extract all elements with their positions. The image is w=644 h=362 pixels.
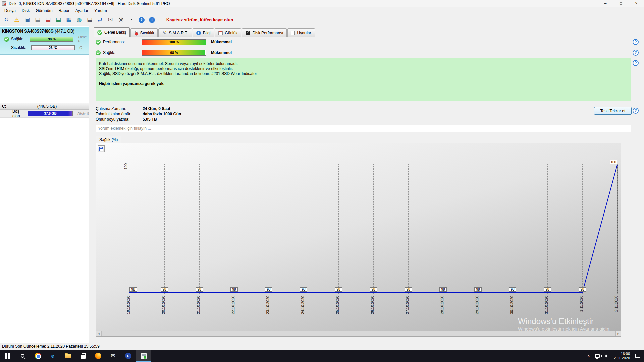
- sa-l-k-row: Sağlık:98 %Mükemmel: [96, 50, 232, 56]
- show-desktop-button[interactable]: [642, 350, 644, 362]
- gauge-icon: [246, 31, 250, 35]
- performance-clock-icon[interactable]: ◔: [127, 16, 136, 24]
- clock-time: 16:00: [621, 352, 630, 356]
- taskbar-firefox-icon[interactable]: [91, 350, 106, 362]
- help-icon[interactable]: ?: [633, 39, 639, 45]
- smart-wand-icon: [162, 31, 167, 35]
- taskbar-chrome-icon[interactable]: [30, 350, 45, 362]
- status-summary-box: Katı hal diskinin durumu mükemmel. Sorun…: [96, 58, 631, 101]
- health-value: 98 %: [48, 37, 56, 41]
- firefox-icon: [95, 353, 101, 359]
- info-line: Katı hal diskinin durumu mükemmel. Sorun…: [99, 61, 628, 66]
- tab-bilgi[interactable]: iBilgi: [193, 28, 214, 37]
- partition-row[interactable]: Boş alan 37,6 GB Disk: 0: [0, 110, 89, 118]
- menu-ayarlar[interactable]: Ayarlar: [72, 8, 91, 14]
- partition-panel: C: (446,5 GB) Boş alan 37,6 GB Disk: 0: [0, 103, 89, 118]
- scrollbar-thumb[interactable]: [101, 331, 615, 336]
- stat-value: daha fazla 1000 Gün: [143, 112, 181, 116]
- tray-volume-icon[interactable]: [602, 350, 610, 362]
- disk-remove-icon[interactable]: ▤: [44, 16, 52, 24]
- menu-g-r-n-m[interactable]: Görünüm: [33, 8, 55, 14]
- health-label: Sağlık:: [11, 37, 30, 41]
- info-line: SSD'nin TRIM özelliği, optimum performan…: [99, 66, 628, 71]
- network-disk-icon[interactable]: ◍: [75, 16, 84, 24]
- taskbar-mail-icon[interactable]: ✉: [106, 350, 121, 362]
- scroll-right-icon[interactable]: ►: [615, 331, 621, 336]
- windows-activation-watermark: Windows'u Etkinleştir: [518, 317, 594, 326]
- action-center-icon[interactable]: [633, 350, 642, 362]
- chart-x-label: 22.10.2020: [231, 296, 235, 314]
- stat-value: 24 Gün, 0 Saat: [143, 106, 170, 111]
- stat-label: Çalışma Zamanı:: [96, 106, 143, 111]
- alert-icon[interactable]: ⚠: [12, 16, 21, 24]
- partition-capacity: (446,5 GB): [37, 104, 57, 109]
- register-link[interactable]: Kayıtsız sürüm, lütfen kayıt olun.: [166, 17, 234, 22]
- settings-hammer-icon[interactable]: ⚒: [116, 16, 125, 24]
- comment-input[interactable]: [96, 125, 631, 132]
- menu-dosya[interactable]: Dosya: [1, 8, 19, 14]
- close-button[interactable]: ×: [629, 0, 644, 7]
- chrome-icon: [35, 353, 41, 359]
- scroll-left-icon[interactable]: ◄: [96, 331, 101, 336]
- menu-yard-m[interactable]: Yardım: [91, 8, 110, 14]
- tab-s-cakl-k[interactable]: Sıcaklık: [130, 28, 158, 37]
- tab-genel-bak[interactable]: Genel Bakış: [94, 27, 130, 37]
- help-icon[interactable]: ?: [633, 50, 639, 56]
- taskbar-hdsentinel-icon[interactable]: [136, 350, 151, 362]
- refresh-icon[interactable]: ↻: [2, 16, 11, 24]
- disk-stats: Çalışma Zamanı:24 Gün, 0 SaatTahmini kal…: [96, 106, 181, 122]
- folder-icon: [65, 354, 71, 358]
- disk-eject-icon[interactable]: ▤: [33, 16, 42, 24]
- retest-button[interactable]: Testi Tekrar et: [594, 107, 632, 115]
- monitor-icon[interactable]: ▣: [23, 16, 32, 24]
- start-button[interactable]: [0, 350, 15, 362]
- main-panel: Genel BakışSıcaklıkS.M.A.R.T.iBilgiGünlü…: [90, 26, 644, 343]
- search-button[interactable]: [15, 350, 30, 362]
- disk-surface-icon[interactable]: ▦: [64, 16, 73, 24]
- disk-list-item[interactable]: KINGSTON SA400S37480G (447,1 GB) Sağlık:…: [0, 27, 89, 55]
- disk-sidebar: KINGSTON SA400S37480G (447,1 GB) Sağlık:…: [0, 26, 89, 343]
- tab-s-m-a-r-t[interactable]: S.M.A.R.T.: [158, 28, 192, 37]
- menu-rapor[interactable]: Rapor: [55, 8, 72, 14]
- info-icon[interactable]: i: [149, 17, 155, 23]
- calendar-icon: [218, 31, 223, 35]
- maximize-button[interactable]: □: [613, 0, 629, 7]
- chart-value-label: 98: [579, 287, 586, 292]
- taskbar-edge-icon[interactable]: e: [45, 350, 60, 362]
- chart-x-label: 26.10.2020: [370, 296, 374, 314]
- report-icon[interactable]: ▤: [85, 16, 94, 24]
- disk-number: Disk: 0: [78, 35, 89, 43]
- tab-uyar-lar[interactable]: Uyarılar: [287, 28, 315, 37]
- report-send-icon[interactable]: ✉: [106, 16, 115, 24]
- minimize-button[interactable]: –: [598, 0, 613, 7]
- chart-x-label: 19.10.2020: [126, 296, 130, 314]
- taskbar-store-icon[interactable]: [75, 350, 91, 362]
- chart-value-label: 98: [300, 287, 307, 292]
- tab-g-nl-k[interactable]: Günlük: [215, 28, 241, 37]
- help-icon[interactable]: ?: [633, 108, 639, 114]
- chart-tab-health[interactable]: Sağlık (%): [96, 136, 121, 143]
- chart-value-label: 98: [335, 287, 342, 292]
- title-bar: Disk: 0, KINGSTON SA400S37480G [50026B77…: [0, 0, 644, 7]
- thermometer-icon: [135, 31, 137, 35]
- chart-value-label: 98: [370, 287, 377, 292]
- stat-value: 5,05 TB: [143, 117, 157, 122]
- chart-y-axis-label: 100: [124, 163, 128, 169]
- save-chart-button[interactable]: [98, 145, 105, 152]
- chart-gridline: [617, 164, 618, 294]
- edge-icon: e: [51, 352, 54, 359]
- help-icon[interactable]: ?: [139, 17, 145, 23]
- chart-x-label: 2.11.2020: [614, 296, 618, 312]
- tray-chevron-icon[interactable]: ∧: [584, 350, 593, 362]
- metric-rating: Mükemmel: [211, 40, 232, 44]
- tab-disk-performans[interactable]: Disk Performansı: [242, 28, 287, 37]
- taskbar-media-icon[interactable]: ▸: [121, 350, 136, 362]
- taskbar-clock[interactable]: 16:00 2.11.2020: [610, 352, 633, 360]
- taskbar-explorer-icon[interactable]: [60, 350, 75, 362]
- menu-disk[interactable]: Disk: [19, 8, 33, 14]
- disk-test-icon[interactable]: ▤: [54, 16, 63, 24]
- help-icon[interactable]: ?: [633, 60, 639, 66]
- tray-network-icon[interactable]: [593, 350, 602, 362]
- report-refresh-icon[interactable]: ⇄: [96, 16, 104, 24]
- chart-horizontal-scrollbar[interactable]: ◄ ►: [96, 331, 621, 336]
